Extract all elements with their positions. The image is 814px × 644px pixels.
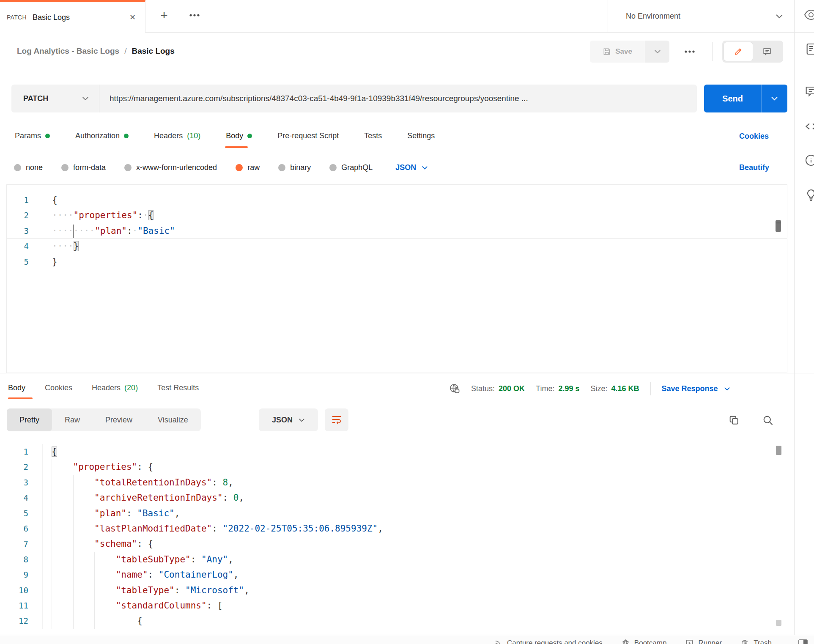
request-tab-pre-request-script[interactable]: Pre-request Script (277, 132, 340, 140)
bootcamp-button[interactable]: Bootcamp (621, 639, 667, 644)
code-icon[interactable] (804, 120, 814, 133)
trash-button[interactable]: Trash (740, 639, 772, 644)
code-text: { (43, 192, 787, 208)
capture-icon (494, 639, 503, 644)
request-url-bar: PATCH https://management.azure.com/subsc… (11, 85, 697, 112)
response-tabs: BodyCookiesHeaders(20)Test Results (8, 381, 199, 394)
comments-icon[interactable] (804, 85, 814, 98)
response-view-preview[interactable]: Preview (93, 408, 145, 431)
status-indicator: Status: 200 OK (471, 384, 525, 393)
token: "properties" (74, 210, 138, 220)
token: { (137, 616, 143, 626)
code-text: "tableSubType": "Any", (42, 552, 787, 567)
breadcrumb-request-name[interactable]: Basic Logs (132, 47, 174, 56)
line-number: 8 (6, 552, 28, 567)
body-mode-none[interactable]: none (14, 163, 43, 172)
tab-options-icon[interactable] (185, 0, 204, 30)
two-pane-view-icon[interactable] (798, 639, 808, 644)
send-button[interactable]: Send (704, 85, 761, 112)
environment-quick-look-icon[interactable] (804, 9, 814, 20)
breadcrumb-collection[interactable]: Log Analytics - Basic Logs (17, 47, 119, 56)
token: "tableType" (116, 585, 175, 595)
lightbulb-icon[interactable] (804, 188, 814, 202)
tab-label: Cookies (45, 384, 72, 392)
request-tab-tests[interactable]: Tests (363, 132, 383, 140)
request-tab-headers[interactable]: Headers(10) (153, 132, 201, 140)
request-more-actions-icon[interactable] (679, 44, 700, 59)
send-options-button[interactable] (761, 85, 787, 112)
tab-title: Basic Logs (33, 13, 121, 22)
request-body-editor[interactable]: 1{2····"properties":·{3········"plan":·"… (6, 184, 787, 373)
code-line-11: 11"standardColumns": [ (6, 598, 787, 613)
capture-requests-and-cookies-button[interactable]: Capture requests and cookies (494, 639, 603, 644)
breadcrumb: Log Analytics - Basic Logs / Basic Logs (17, 47, 175, 56)
response-view-pretty[interactable]: Pretty (7, 408, 52, 431)
time-label: Time: (536, 384, 554, 393)
indent-guides (52, 475, 94, 490)
close-tab-icon[interactable]: ✕ (127, 13, 138, 22)
info-icon[interactable] (804, 153, 814, 167)
edit-mode-button[interactable] (724, 42, 753, 61)
response-view-raw[interactable]: Raw (52, 408, 93, 431)
body-mode-raw[interactable]: raw (236, 163, 260, 172)
save-response-button[interactable]: Save Response (662, 384, 730, 393)
body-mode-x-www-form-urlencoded[interactable]: x-www-form-urlencoded (124, 163, 217, 172)
bootcamp-icon (621, 639, 630, 644)
request-tab-body[interactable]: Body (225, 132, 253, 140)
mode-label: none (26, 163, 43, 172)
token: : [ (207, 600, 223, 611)
request-tab-settings[interactable]: Settings (406, 132, 436, 140)
body-language-value: JSON (395, 163, 416, 172)
cookies-link[interactable]: Cookies (739, 132, 769, 141)
body-mode-binary[interactable]: binary (278, 163, 311, 172)
chevron-down-icon (654, 49, 661, 54)
body-mode-form-data[interactable]: form-data (61, 163, 106, 172)
runner-icon (685, 639, 694, 644)
send-label: Send (722, 94, 743, 104)
save-button[interactable]: Save (590, 41, 645, 63)
request-tab-params[interactable]: Params (14, 132, 51, 140)
code-line-6: 6"lastPlanModifiedDate": "2022-02-25T05:… (6, 521, 787, 536)
wrap-lines-button[interactable] (325, 408, 348, 431)
runner-button[interactable]: Runner (685, 639, 722, 644)
chevron-down-icon (724, 387, 730, 391)
environment-selector[interactable]: No Environment (608, 0, 794, 32)
body-mode-graphql[interactable]: GraphQL (329, 163, 373, 172)
url-input[interactable]: https://management.azure.com/subscriptio… (99, 94, 697, 103)
body-mode-options: noneform-datax-www-form-urlencodedrawbin… (14, 159, 428, 176)
request-tab-basic-logs[interactable]: PATCH Basic Logs ✕ (0, 0, 145, 33)
response-tab-test-results[interactable]: Test Results (157, 384, 199, 392)
token: "schema" (94, 539, 137, 549)
request-tab-authorization[interactable]: Authorization (74, 132, 129, 140)
response-tab-body[interactable]: Body (8, 384, 25, 392)
response-tab-cookies[interactable]: Cookies (45, 384, 72, 392)
method-select[interactable]: PATCH (11, 85, 99, 112)
beautify-link[interactable]: Beautify (739, 163, 769, 172)
copy-icon (728, 414, 740, 426)
body-language-select[interactable]: JSON (395, 163, 428, 172)
save-options-button[interactable] (645, 41, 669, 63)
response-view-visualize[interactable]: Visualize (145, 408, 201, 431)
response-language-select[interactable]: JSON (259, 408, 318, 431)
status-value: 200 OK (499, 384, 525, 393)
radio-icon (278, 164, 285, 171)
tab-label: Tests (364, 132, 382, 140)
line-number: 9 (6, 567, 28, 582)
response-tab-headers[interactable]: Headers(20) (92, 384, 138, 392)
token: 0 (233, 493, 239, 503)
indent-guides (52, 613, 137, 628)
wrap-lines-icon (331, 415, 342, 425)
indent-guides (52, 552, 116, 567)
bottom-item-label: Bootcamp (634, 639, 667, 644)
radio-icon (124, 164, 132, 171)
header-divider (712, 42, 713, 61)
search-response-button[interactable] (762, 414, 774, 426)
response-body-editor[interactable]: 1{2"properties": {3"totalRetentionInDays… (6, 442, 787, 635)
copy-response-button[interactable] (728, 414, 740, 426)
code-line-3: 3········"plan":·"Basic" (7, 223, 787, 238)
token: "name" (116, 570, 148, 580)
new-tab-button[interactable]: + (155, 0, 173, 30)
comments-mode-button[interactable] (753, 42, 781, 61)
documentation-icon[interactable] (804, 42, 814, 56)
bottom-status-bar: Capture requests and cookiesBootcampRunn… (0, 635, 814, 644)
